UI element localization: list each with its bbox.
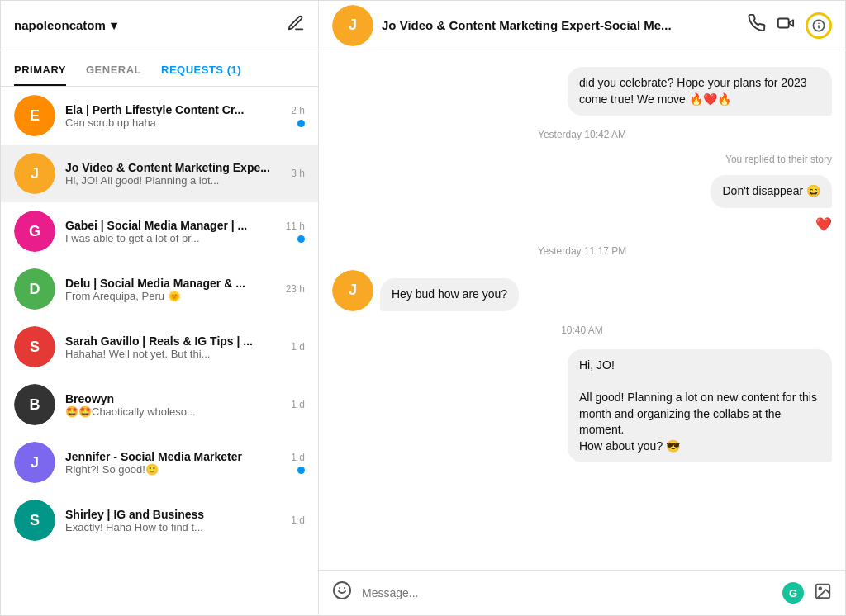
conv-preview: 🤩🤩Chaotically wholeso...: [65, 405, 281, 418]
unread-dot: [297, 467, 305, 474]
conv-meta: 1 d: [291, 514, 305, 526]
conv-meta: 1 d: [291, 399, 305, 410]
conv-time: 1 d: [291, 452, 305, 463]
avatar: E: [14, 95, 55, 136]
message-bubble: Hi, JO! All good! Planning a lot on new …: [568, 349, 832, 463]
avatar: D: [14, 268, 55, 310]
account-name[interactable]: napoleoncatom ▾: [14, 18, 117, 33]
svg-point-4: [334, 582, 350, 599]
conv-time: 11 h: [286, 220, 305, 232]
conv-time: 1 d: [291, 514, 305, 526]
conv-preview: Hahaha! Well not yet. But thi...: [65, 348, 281, 360]
message-bubble: Don't disappear 😄: [711, 175, 832, 208]
chat-user-name: Jo Video & Content Marketing Expert-Soci…: [382, 18, 672, 32]
conversation-item[interactable]: S Shirley | IG and Business Exactly! Hah…: [1, 491, 318, 549]
message-row: did you celebrate? Hope your plans for 2…: [332, 67, 832, 116]
left-panel: napoleoncatom ▾ PRIMARY GENERAL Requests…: [1, 1, 319, 615]
conv-info: Jennifer - Social Media Marketer Right?!…: [65, 450, 281, 476]
conv-preview: I was able to get a lot of pr...: [65, 232, 276, 244]
conv-name: Ela | Perth Lifestyle Content Cr...: [65, 103, 281, 116]
conv-time: 1 d: [291, 399, 305, 410]
conv-time: 23 h: [286, 283, 305, 295]
timestamp-label: Yesterday 11:17 PM: [332, 245, 832, 257]
chat-actions: [748, 12, 832, 39]
image-attach-button[interactable]: [814, 582, 832, 604]
timestamp-label: Yesterday 10:42 AM: [332, 129, 832, 140]
conv-info: Sarah Gavillo | Reals & IG Tips | ... Ha…: [65, 334, 281, 360]
message-row: JHey bud how are you?: [332, 270, 832, 311]
account-dropdown-icon[interactable]: ▾: [111, 18, 117, 33]
compose-icon[interactable]: [287, 14, 305, 36]
conv-meta: 23 h: [286, 283, 305, 295]
chat-header: J Jo Video & Content Marketing Expert-So…: [319, 1, 845, 50]
message-bubble: did you celebrate? Hope your plans for 2…: [568, 67, 832, 116]
conversation-item[interactable]: J Jennifer - Social Media Marketer Right…: [1, 434, 318, 491]
avatar: B: [14, 384, 55, 425]
conversation-item[interactable]: J Jo Video & Content Marketing Expe... H…: [1, 145, 318, 202]
conv-name: Breowyn: [65, 392, 281, 405]
emoji-button[interactable]: [332, 580, 352, 605]
avatar: S: [14, 500, 55, 541]
conv-time: 2 h: [291, 105, 305, 116]
chat-avatar: J: [332, 5, 373, 46]
avatar: J: [14, 442, 55, 483]
unread-dot: [297, 120, 305, 127]
conv-name: Delu | Social Media Manager & ...: [65, 277, 276, 290]
inbox-tabs: PRIMARY GENERAL Requests (1): [1, 50, 318, 87]
conv-info: Jo Video & Content Marketing Expe... Hi,…: [65, 161, 281, 187]
info-icon[interactable]: [806, 12, 832, 39]
conv-time: 1 d: [291, 341, 305, 353]
video-icon[interactable]: [776, 14, 796, 36]
conv-meta: 11 h: [286, 220, 305, 243]
conv-info: Gabei | Social Media Manager | ... I was…: [65, 219, 276, 244]
right-panel: J Jo Video & Content Marketing Expert-So…: [319, 1, 845, 615]
conv-preview: From Arequipa, Peru 🌞: [65, 290, 276, 302]
messages-area: did you celebrate? Hope your plans for 2…: [319, 50, 845, 570]
tab-general[interactable]: GENERAL: [86, 64, 141, 86]
conv-info: Shirley | IG and Business Exactly! Haha …: [65, 508, 281, 533]
message-row: Hi, JO! All good! Planning a lot on new …: [332, 349, 832, 463]
conversation-item[interactable]: S Sarah Gavillo | Reals & IG Tips | ... …: [1, 318, 318, 376]
conv-preview: Right?! So good!🙂: [65, 463, 281, 476]
tab-primary[interactable]: PRIMARY: [14, 64, 66, 86]
svg-point-8: [819, 587, 821, 590]
message-reaction: ❤️: [332, 216, 832, 232]
avatar: J: [14, 153, 55, 194]
conv-name: Jennifer - Social Media Marketer: [65, 450, 281, 463]
unread-dot: [297, 235, 305, 243]
conversation-item[interactable]: B Breowyn 🤩🤩Chaotically wholeso... 1 d: [1, 376, 318, 434]
conv-info: Ela | Perth Lifestyle Content Cr... Can …: [65, 103, 281, 129]
conv-name: Shirley | IG and Business: [65, 508, 281, 521]
conversation-list: E Ela | Perth Lifestyle Content Cr... Ca…: [1, 87, 318, 615]
conv-name: Jo Video & Content Marketing Expe...: [65, 161, 281, 174]
message-bubble: Hey bud how are you?: [380, 278, 519, 311]
avatar: G: [14, 211, 55, 252]
conv-preview: Can scrub up haha: [65, 116, 281, 129]
conv-name: Sarah Gavillo | Reals & IG Tips | ...: [65, 334, 281, 348]
conversation-item[interactable]: E Ela | Perth Lifestyle Content Cr... Ca…: [1, 87, 318, 145]
message-input-area: G: [319, 570, 845, 615]
conv-meta: 3 h: [291, 168, 305, 179]
conv-time: 3 h: [291, 168, 305, 179]
conv-info: Breowyn 🤩🤩Chaotically wholeso...: [65, 392, 281, 418]
account-name-text: napoleoncatom: [14, 18, 106, 32]
conv-meta: 2 h: [291, 105, 305, 127]
conv-preview: Exactly! Haha How to find t...: [65, 521, 281, 533]
tab-requests[interactable]: Requests (1): [161, 64, 241, 86]
grammarly-button[interactable]: G: [782, 582, 804, 604]
conversation-item[interactable]: D Delu | Social Media Manager & ... From…: [1, 260, 318, 318]
conv-name: Gabei | Social Media Manager | ...: [65, 219, 276, 232]
left-header: napoleoncatom ▾: [1, 1, 318, 50]
phone-icon[interactable]: [748, 14, 766, 36]
avatar: J: [332, 270, 373, 311]
timestamp-label: 10:40 AM: [332, 325, 832, 336]
conv-info: Delu | Social Media Manager & ... From A…: [65, 277, 276, 302]
message-input[interactable]: [362, 586, 772, 599]
avatar: S: [14, 326, 55, 367]
story-reply-label: You replied to their story: [332, 154, 832, 165]
chat-user-info: J Jo Video & Content Marketing Expert-So…: [332, 5, 748, 46]
conv-preview: Hi, JO! All good! Planning a lot...: [65, 174, 281, 187]
conv-meta: 1 d: [291, 341, 305, 353]
message-row: Don't disappear 😄: [332, 175, 832, 208]
conversation-item[interactable]: G Gabei | Social Media Manager | ... I w…: [1, 202, 318, 260]
